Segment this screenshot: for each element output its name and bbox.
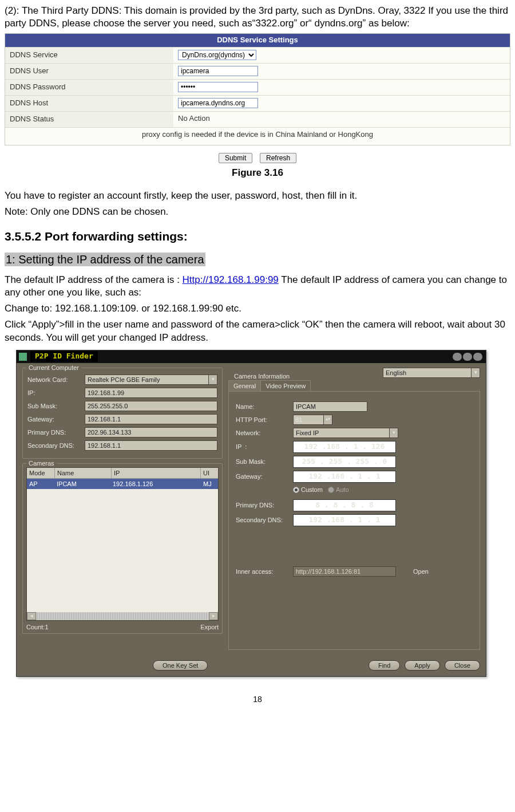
register-note: You have to register an account firstly,… xyxy=(5,190,510,202)
cam-ip-label: IP : xyxy=(236,443,293,451)
pc-submask-label: Sub Mask: xyxy=(27,402,85,410)
cam-sdns-input[interactable]: 192 .168 . 1 . 1 xyxy=(293,514,396,526)
default-ip-link[interactable]: Http://192.168.1.99:99 xyxy=(183,274,279,285)
export-link[interactable]: Export xyxy=(200,623,219,631)
pc-pdns-label: Primary DNS: xyxy=(27,428,85,436)
one-key-set-button[interactable]: One Key Set xyxy=(153,660,208,671)
cam-name-label: Name: xyxy=(236,403,293,411)
find-button[interactable]: Find xyxy=(369,660,400,671)
ddns-password-label: DDNS Password xyxy=(5,80,173,95)
pc-gateway-input[interactable]: 192.168.1.1 xyxy=(85,414,217,424)
ddns-host-label: DDNS Host xyxy=(5,96,173,111)
close-button[interactable]: Close xyxy=(445,660,480,671)
maximize-icon[interactable] xyxy=(463,353,472,361)
ddns-service-label: DDNS Service xyxy=(5,48,173,63)
cam-pdns-label: Primary DNS: xyxy=(236,501,293,509)
change-ip-line: Change to: 192.168.1.109:109. or 192.168… xyxy=(5,302,510,315)
radio-auto[interactable]: Auto xyxy=(328,486,349,494)
ddns-password-input[interactable] xyxy=(178,82,258,92)
cam-submask-label: Sub Mask: xyxy=(236,458,293,466)
http-port-input[interactable]: 81 xyxy=(293,415,324,425)
http-port-label: HTTP Port: xyxy=(236,416,293,424)
chevron-down-icon[interactable]: ▾ xyxy=(472,368,480,378)
ddns-service-select[interactable]: DynDns.org(dyndns) xyxy=(178,50,256,60)
inner-access-input[interactable]: http://192.168.1.126:81 xyxy=(293,566,396,577)
pc-pdns-input[interactable]: 202.96.134.133 xyxy=(85,427,217,437)
current-computer-group: Current Computer Network Card: Realtek P… xyxy=(22,368,223,459)
camera-count: Count:1 xyxy=(26,623,49,631)
cam-name-input[interactable]: IPCAM xyxy=(293,401,367,412)
apply-button[interactable]: Apply xyxy=(405,660,440,671)
apply-instructions: Click “Apply”>fill in the user name and … xyxy=(5,318,510,344)
titlebar: P2P ID Finder xyxy=(17,350,486,363)
pc-ip-label: IP: xyxy=(27,389,85,397)
pc-gateway-label: Gateway: xyxy=(27,415,85,423)
camera-list-header: Mode Name IP UI xyxy=(27,468,218,479)
submit-button[interactable]: Submit xyxy=(219,153,252,163)
inner-access-label: Inner access: xyxy=(236,567,293,576)
col-ip[interactable]: IP xyxy=(112,468,201,478)
camera-row-selected[interactable]: AP IPCAM 192.168.1.126 MJ xyxy=(27,479,218,489)
port-spinner-icon[interactable]: ▴▾ xyxy=(324,415,332,425)
subsection-heading: 1: Setting the IP address of the camera xyxy=(5,253,205,266)
netcard-select[interactable]: Realtek PCIe GBE Family xyxy=(85,375,209,385)
refresh-button[interactable]: Refresh xyxy=(260,153,296,163)
camera-info-group: Camera Information General Video Preview… xyxy=(228,380,480,650)
radio-custom[interactable]: Custom xyxy=(293,486,323,494)
ddns-status-label: DDNS Status xyxy=(5,112,173,127)
camera-list[interactable]: Mode Name IP UI AP IPCAM 192.168.1.126 M… xyxy=(26,467,219,621)
ddns-single-note: Note: Only one DDNS can be chosen. xyxy=(5,206,510,218)
tab-video-preview[interactable]: Video Preview xyxy=(260,380,311,391)
network-mode-select[interactable]: Fixed IP xyxy=(293,428,390,438)
pc-sdns-input[interactable]: 192.168.1.1 xyxy=(85,440,217,451)
page-number: 18 xyxy=(5,694,510,704)
col-ui[interactable]: UI xyxy=(201,468,218,478)
current-computer-legend: Current Computer xyxy=(26,364,81,372)
cam-submask-input[interactable]: 255 . 255 . 255 . 0 xyxy=(293,456,396,468)
dns-radio-group: Custom Auto xyxy=(293,486,473,494)
ddns-user-label: DDNS User xyxy=(5,64,173,79)
general-tab-panel: Name:IPCAM HTTP Port:81▴▾ Network:Fixed … xyxy=(228,391,480,650)
ddns-user-input[interactable] xyxy=(178,66,258,76)
netcard-label: Network Card: xyxy=(27,376,85,384)
language-select[interactable]: English xyxy=(383,368,472,378)
minimize-icon[interactable] xyxy=(453,353,462,361)
figure-caption: Figure 3.16 xyxy=(5,167,510,179)
cam-gateway-input[interactable]: 192 .168 . 1 . 1 xyxy=(293,471,396,483)
cam-sdns-label: Secondary DNS: xyxy=(236,516,293,524)
col-name[interactable]: Name xyxy=(55,468,112,478)
scroll-right-icon[interactable]: ▸ xyxy=(209,612,218,620)
open-link[interactable]: Open xyxy=(413,567,429,576)
pc-submask-input[interactable]: 255.255.255.0 xyxy=(85,401,217,411)
col-mode[interactable]: Mode xyxy=(27,468,55,478)
cameras-group: Cameras Mode Name IP UI AP IPCAM 192.168… xyxy=(22,463,223,634)
section-heading-portforward: 3.5.5.2 Port forwarding settings: xyxy=(5,228,510,244)
chevron-down-icon[interactable]: ▾ xyxy=(209,375,217,385)
pc-ip-input[interactable]: 192.168.1.99 xyxy=(85,388,217,398)
ip-paragraph: The default IP address of the camera is … xyxy=(5,274,510,299)
chevron-down-icon[interactable]: ▾ xyxy=(390,428,398,438)
cam-pdns-input[interactable]: 8 . 8 . 8 . 8 xyxy=(293,499,396,511)
intro-paragraph: (2): The Third Party DDNS: This domain i… xyxy=(5,5,510,30)
network-mode-label: Network: xyxy=(236,429,293,437)
scroll-left-icon[interactable]: ◂ xyxy=(27,612,36,620)
close-icon[interactable] xyxy=(473,353,482,361)
ddns-proxy-note: proxy config is needed if the device is … xyxy=(5,127,510,145)
p2p-finder-window: P2P ID Finder Current Computer Network C… xyxy=(16,350,486,677)
cam-gateway-label: Gateway: xyxy=(236,472,293,480)
horizontal-scrollbar[interactable]: ◂ ▸ xyxy=(27,612,218,620)
app-icon xyxy=(19,353,27,361)
scroll-track[interactable] xyxy=(37,613,208,620)
ddns-settings-panel: DDNS Service Settings DDNS Service DynDn… xyxy=(5,33,510,145)
ddns-status-value: No Action xyxy=(173,112,510,127)
cameras-legend: Cameras xyxy=(26,459,57,467)
ddns-host-input[interactable] xyxy=(178,98,258,108)
pc-sdns-label: Secondary DNS: xyxy=(27,442,85,450)
tab-general[interactable]: General xyxy=(228,380,261,391)
cam-ip-input[interactable]: 192 .168 . 1 . 126 xyxy=(293,441,396,453)
ddns-title: DDNS Service Settings xyxy=(5,34,510,47)
window-title: P2P ID Finder xyxy=(30,351,98,362)
camera-info-legend: Camera Information xyxy=(232,372,292,380)
